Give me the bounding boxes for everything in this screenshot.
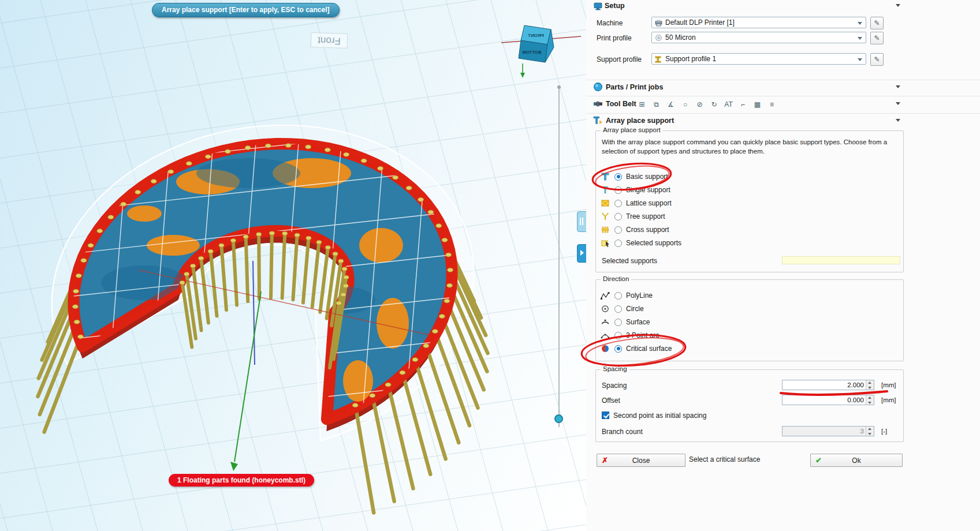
grid-tool-icon[interactable]: ▦ [751,98,763,110]
toolbelt-icons: ⊞ ⧉ ∡ ○ ⊘ ↻ AT ⌐ ▦ ≡ [636,98,778,110]
three-point-arc-icon [601,331,610,340]
close-x-icon [602,456,608,465]
support-option-tree[interactable]: Tree support [601,211,665,222]
right-panel: Setup Machine Default DLP Printer [1] Pr… [586,0,980,531]
setup-title: Setup [605,2,625,10]
slider-handle[interactable] [554,414,563,423]
radio-basic-support[interactable] [614,173,622,181]
radio-lattice-support[interactable] [614,200,622,207]
edit-support-profile-button[interactable] [870,53,884,66]
ok-button[interactable]: Ok [810,454,903,467]
close-button[interactable]: Close [597,454,685,467]
direction-option-surface[interactable]: Surface [601,317,650,327]
direction-option-polyline[interactable]: PolyLine [601,290,653,301]
spacing-input[interactable] [782,380,866,390]
panel-grip-tab[interactable] [577,211,587,232]
support-option-lattice[interactable]: Lattice support [601,198,672,208]
radio-3-point-arc[interactable] [614,332,622,339]
spin-down-icon[interactable] [866,385,874,390]
option-label-circle: Circle [626,305,644,313]
parts-sphere-icon [593,82,603,92]
support-option-basic[interactable]: Basic support [601,171,668,182]
setup-collapse-chevron[interactable] [896,4,900,7]
scene-canvas[interactable]: FRONT BOTTOM [0,0,586,531]
option-label-surface: Surface [626,318,650,326]
support-option-cross[interactable]: Cross support [601,225,669,235]
spacing-input-wrap [782,380,874,390]
toolbelt-title: Tool Belt [606,100,636,108]
array-group-legend: Array place support [601,126,663,133]
print-profile-label: Print profile [597,34,632,42]
rotate-tool-icon[interactable]: ↻ [708,98,720,110]
second-point-checkbox-label[interactable]: Second point as initial spacing [613,412,706,420]
spacing-spinner[interactable] [866,380,874,390]
add-part-icon[interactable]: ⊞ [636,98,648,110]
surface-icon [601,317,610,327]
offset-label: Offset [602,397,620,405]
measure-angle-icon[interactable]: ∡ [665,98,677,110]
offset-spinner[interactable] [866,395,874,405]
cube-green-arrow [520,73,525,78]
print-profile-dropdown[interactable]: 50 Micron [651,32,866,43]
support-profile-label: Support profile [597,55,642,63]
spin-up-icon[interactable] [866,380,874,385]
branch-count-unit: [-] [881,428,887,435]
radio-cross-support[interactable] [614,226,622,234]
support-option-single[interactable]: Single support [601,185,670,195]
layers-tool-icon[interactable]: ≡ [766,98,778,110]
edit-print-profile-button[interactable] [870,32,884,44]
support-option-selected[interactable]: Selected supports [601,238,681,248]
direction-option-circle[interactable]: Circle [601,304,644,314]
machine-value: Default DLP Printer [1] [665,18,735,27]
array-place-support-group: Array place support With the array place… [595,130,904,272]
second-point-checkbox[interactable] [602,412,609,419]
radio-selected-supports[interactable] [614,240,622,247]
radio-surface[interactable] [614,319,622,326]
direction-option-critical-surface[interactable]: Critical surface [601,343,672,354]
resin-disc-icon [655,34,662,42]
clip-plane-slider[interactable] [554,85,564,427]
spin-down-icon[interactable] [866,400,874,405]
option-label-lattice-support: Lattice support [626,199,672,207]
toolbelt-collapse-chevron[interactable] [896,102,900,105]
direction-legend: Direction [601,275,631,282]
view-cube[interactable]: FRONT BOTTOM [501,25,581,78]
slider-track[interactable] [558,85,560,427]
viewport-3d[interactable]: FRONT BOTTOM Array place support [Enter … [0,0,587,531]
circle-tool-icon[interactable]: ○ [679,98,691,110]
app-window: FRONT BOTTOM Array place support [Enter … [0,0,980,531]
panel-expand-tab[interactable] [577,244,587,263]
radio-single-support[interactable] [614,186,622,194]
spin-down-icon [866,431,874,436]
option-label-polyline: PolyLine [626,291,653,300]
array-collapse-chevron[interactable] [896,119,900,122]
disable-tool-icon[interactable]: ⊘ [694,98,706,110]
radio-polyline[interactable] [614,292,622,300]
parts-collapse-chevron[interactable] [896,85,900,88]
polyline-tool-icon[interactable]: ⌐ [737,98,749,110]
offset-unit: [mm] [881,397,896,403]
spin-up-icon [866,427,874,431]
option-label-critical-surface: Critical surface [626,345,672,353]
machine-dropdown[interactable]: Default DLP Printer [1] [651,17,866,28]
spin-up-icon[interactable] [866,395,874,400]
close-button-label: Close [632,457,650,465]
edit-machine-button[interactable] [870,17,884,29]
status-text: Select a critical surface [689,455,760,463]
radio-tree-support[interactable] [614,213,622,220]
option-label-selected-supports: Selected supports [626,239,681,247]
direction-option-3-point-arc[interactable]: 3 Point arc [601,330,659,341]
selected-supports-field[interactable] [782,256,900,264]
branch-count-input-wrap [782,426,874,436]
support-profile-dropdown[interactable]: Support profile 1 [651,53,866,65]
radio-critical-surface[interactable] [614,345,622,353]
printer-setup-icon [593,1,603,11]
option-label-tree-support: Tree support [626,212,665,220]
spacing-label: Spacing [602,382,627,390]
offset-input[interactable] [782,395,866,405]
spacing-group: Spacing Spacing [mm] Offset [mm] Second … [595,369,904,442]
annotate-text-icon[interactable]: AT [722,98,735,110]
duplicate-icon[interactable]: ⧉ [650,98,662,110]
radio-circle[interactable] [614,305,622,313]
branch-count-label: Branch count [602,428,643,436]
